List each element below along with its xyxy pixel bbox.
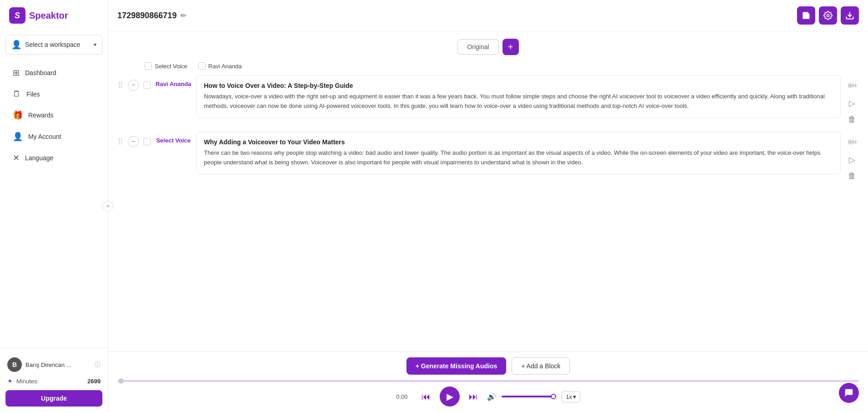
files-icon: 🗒 [13, 89, 21, 99]
dashboard-icon: ⊞ [13, 68, 20, 78]
progress-bar-track[interactable] [117, 380, 859, 382]
volume-thumb [551, 394, 556, 399]
person-icon: 👤 [13, 132, 23, 142]
remove-block-2-button[interactable]: − [128, 136, 139, 147]
sidebar-item-rewards[interactable]: 🎁 Rewards [4, 105, 104, 126]
version-tabs: Original + [117, 39, 859, 55]
minutes-row: ✦ Minutes: 2699 [5, 376, 102, 387]
block-2-voice-button[interactable]: Select Voice [155, 132, 192, 144]
app-name: Speaktor [29, 10, 68, 21]
save-button[interactable] [797, 6, 815, 25]
logo-icon: S [9, 7, 25, 24]
sidebar-item-my-account[interactable]: 👤 My Account [4, 126, 104, 147]
edit-icon[interactable]: ✏ [180, 11, 186, 20]
tab-original[interactable]: Original [457, 39, 498, 55]
block-2-actions: ▷ 🗑 [845, 136, 859, 183]
sidebar-item-dashboard[interactable]: ⊞ Dashboard [4, 62, 104, 83]
minutes-label: Minutes: [16, 378, 84, 385]
speed-selector[interactable]: 1x ▾ [562, 391, 580, 402]
star-icon: ✦ [7, 377, 13, 385]
speed-chevron-icon: ▾ [573, 393, 576, 400]
block-2-title: Why Adding a Voiceover to Your Video Mat… [204, 138, 833, 146]
topbar: 1729890866719 ✏ [108, 0, 868, 31]
block-1-checkbox[interactable] [143, 81, 151, 89]
time-display: 0:00 [396, 393, 412, 400]
download-button[interactable] [841, 6, 859, 25]
block-1-voice-button[interactable]: Ravi Ananda [155, 75, 192, 87]
sidebar-item-label: My Account [28, 133, 61, 140]
skip-back-button[interactable]: ⏮ [418, 388, 434, 405]
add-block-button[interactable]: + Add a Block [512, 357, 570, 375]
workspace-selector[interactable]: 👤 Select a workspace ▾ [5, 35, 102, 55]
sidebar-item-files[interactable]: 🗒 Files [4, 84, 104, 104]
voice-checkbox-group-1: Select Voice [145, 62, 188, 70]
sidebar-collapse-button[interactable]: « [102, 201, 113, 212]
sidebar-bottom: B Barış Direncan ... ⓘ ✦ Minutes: 2699 U… [0, 348, 108, 412]
voice-checkbox-2[interactable] [198, 62, 206, 70]
block-row-1: ⠿ − Ravi Ananda How to Voice Over a Vide… [117, 75, 859, 126]
chevron-down-icon: ▾ [94, 41, 96, 48]
speed-label: 1x [566, 393, 572, 400]
block-row-2: ⠿ − Select Voice Why Adding a Voiceover … [117, 132, 859, 183]
voice-checkbox-group-2: Ravi Ananda [198, 62, 242, 70]
nav-items: ⊞ Dashboard 🗒 Files 🎁 Rewards 👤 My Accou… [0, 58, 108, 348]
volume-slider[interactable] [502, 396, 556, 397]
main-area: 1729890866719 ✏ Original + [108, 0, 868, 412]
voice-select-row: Select Voice Ravi Ananda [117, 62, 859, 70]
sidebar-item-label: Language [25, 154, 53, 162]
sidebar: S Speaktor 👤 Select a workspace ▾ ⊞ Dash… [0, 0, 108, 412]
settings-button[interactable] [819, 6, 837, 25]
drag-handle-2[interactable]: ⠿ [117, 137, 123, 147]
generate-row: + Generate Missing Audios + Add a Block [117, 357, 859, 375]
user-name: Barış Direncan ... [25, 361, 91, 368]
block-2-delete-button[interactable]: 🗑 [846, 169, 858, 183]
project-id: 1729890866719 ✏ [117, 11, 186, 20]
player-controls: 0:00 ⏮ ▶ ⏭ 🔊 1x ▾ [117, 387, 859, 407]
block-2-text: Why Adding a Voiceover to Your Video Mat… [196, 132, 841, 174]
volume-icon: 🔊 [487, 392, 496, 401]
play-pause-button[interactable]: ▶ [440, 387, 460, 407]
minutes-value: 2699 [87, 378, 101, 385]
voice-select-label-2: Ravi Ananda [208, 63, 242, 70]
block-1-waveform-button[interactable] [845, 80, 859, 94]
sidebar-item-label: Files [26, 91, 40, 98]
project-id-text: 1729890866719 [117, 11, 177, 20]
block-2-body: There can be two reasons why people stop… [204, 148, 833, 168]
block-2-waveform-button[interactable] [845, 136, 859, 150]
block-1-text: How to Voice Over a Video: A Step-by-Ste… [196, 75, 841, 118]
sidebar-item-label: Dashboard [25, 69, 56, 76]
voice-checkbox-1[interactable] [145, 62, 152, 70]
progress-bar-thumb [118, 378, 124, 384]
language-icon: ✕ [13, 153, 20, 163]
block-2-checkbox[interactable] [143, 138, 151, 145]
voice-select-label-1: Select Voice [155, 63, 188, 70]
block-2-play-button[interactable]: ▷ [847, 153, 857, 167]
bottombar: + Generate Missing Audios + Add a Block … [108, 351, 868, 412]
tab-add-button[interactable]: + [503, 39, 519, 55]
workspace-label: Select a workspace [25, 41, 90, 48]
sidebar-item-label: Rewards [28, 112, 53, 119]
block-1-title: How to Voice Over a Video: A Step-by-Ste… [204, 82, 833, 89]
block-1-play-button[interactable]: ▷ [847, 97, 857, 110]
block-1-body: Nowadays, voice-over a video with the ri… [204, 92, 833, 111]
skip-forward-button[interactable]: ⏭ [465, 388, 482, 405]
block-1-actions: ▷ 🗑 [845, 80, 859, 126]
svg-point-0 [827, 15, 829, 17]
topbar-actions [797, 6, 859, 25]
chat-bubble-button[interactable] [839, 383, 859, 403]
avatar: B [7, 357, 22, 372]
rewards-icon: 🎁 [13, 110, 23, 120]
info-icon[interactable]: ⓘ [95, 361, 101, 369]
drag-handle-1[interactable]: ⠿ [117, 81, 123, 91]
block-1-delete-button[interactable]: 🗑 [846, 113, 858, 126]
logo-area: S Speaktor [0, 0, 108, 31]
content-area: Original + Select Voice Ravi Ananda ⠿ − … [108, 31, 868, 351]
remove-block-1-button[interactable]: − [128, 80, 139, 91]
sidebar-item-language[interactable]: ✕ Language [4, 148, 104, 168]
upgrade-button[interactable]: Upgrade [5, 390, 102, 407]
user-row: B Barış Direncan ... ⓘ [5, 354, 102, 376]
workspace-icon: 👤 [11, 40, 21, 50]
generate-missing-audios-button[interactable]: + Generate Missing Audios [406, 357, 507, 375]
